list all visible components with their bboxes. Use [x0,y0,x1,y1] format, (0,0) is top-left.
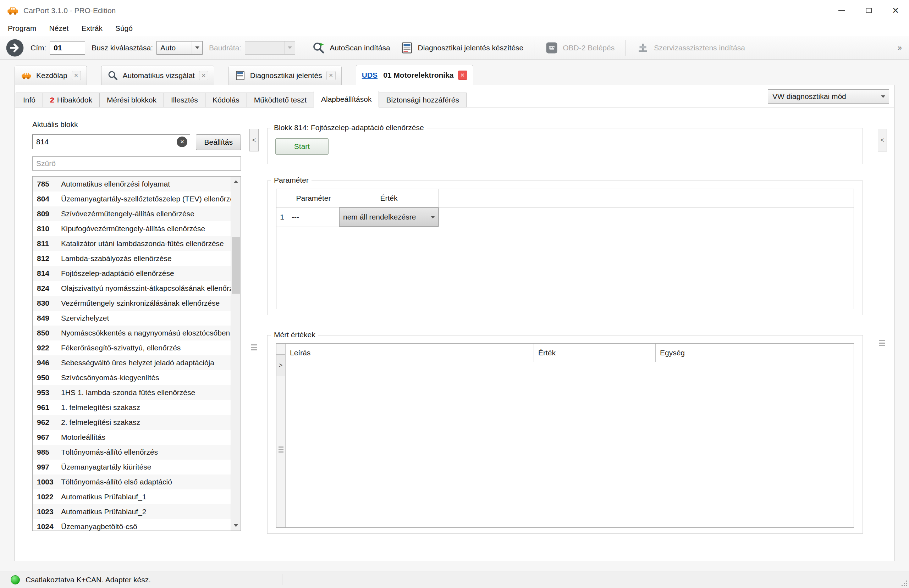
tab-mukodteto-teszt[interactable]: Működtető teszt [247,92,314,107]
measured-values-table: > Leírás Érték Egység [276,343,854,528]
list-item[interactable]: 1003Töltőnyomás-állító első adaptáció [32,475,231,489]
panel-splitter[interactable]: < [249,120,259,561]
list-item[interactable]: 985Töltőnyomás-állító ellenőrzés [32,445,231,460]
tab-diagnosztikai-jelentes[interactable]: Diagnosztikai jelentés ✕ [228,66,342,85]
bus-select[interactable]: Auto [157,41,202,55]
collapse-left-button[interactable]: < [878,129,887,152]
tab-close-button[interactable]: ✕ [72,71,81,80]
autoscan-button[interactable]: AutoScan indítása [307,39,395,57]
close-icon: ✕ [892,6,899,16]
tab-close-button[interactable]: ✕ [327,71,336,80]
tab-alapbeallitasok[interactable]: Alapbeállítások [314,91,379,107]
service-assistant-label: Szervizasszisztens indítása [654,44,745,52]
list-item[interactable]: 946Sebességváltó üres helyzet jeladó ada… [32,355,231,370]
diagnostic-mode-select[interactable]: VW diagnosztikai mód [768,89,889,103]
resize-grip[interactable] [901,580,907,586]
tab-info[interactable]: Infó [16,92,43,107]
list-item[interactable]: 997Üzemanyagtartály kiürítése [32,460,231,475]
tab-automatikus-vizsgalat[interactable]: Automatikus vizsgálat ✕ [101,66,214,85]
block-number: 812 [37,251,57,266]
parameter-table-header: Paraméter Érték [277,189,854,207]
tab-hibakodok[interactable]: 2Hibakódok [42,92,100,107]
dtc-count-badge: 2 [50,96,54,104]
filter-input[interactable] [32,157,241,171]
list-item[interactable]: 814Fojtószelep-adaptáció ellenőrzése [32,266,231,281]
menu-extrak[interactable]: Extrák [75,23,109,34]
tab-close-button[interactable]: ✕ [458,71,467,80]
list-item[interactable]: 850Nyomáscsökkentés a nagynyomású eloszt… [32,326,231,341]
list-item[interactable]: 1024Üzemanyagbetöltő-cső [32,519,231,531]
tab-label: Kezdőlap [36,71,68,80]
toolbar-separator [301,40,301,56]
scroll-down-button[interactable] [231,521,241,531]
list-item[interactable]: 812Lambda-szabályozás ellenőrzése [32,251,231,266]
block-name: Üzemanyagtartály kiürítése [61,463,151,471]
uds-link[interactable]: UDS [362,71,377,79]
list-item[interactable]: 1023Automatikus Prüfablauf_2 [32,504,231,519]
menu-sugo[interactable]: Súgó [109,23,139,34]
tab-kezdolap[interactable]: Kezdőlap ✕ [15,66,87,85]
maximize-button[interactable] [855,0,882,21]
splitter-grip[interactable] [251,344,257,352]
minimize-button[interactable] [828,0,855,21]
address-input[interactable] [50,41,85,55]
expand-right-button[interactable]: > [276,354,285,376]
bus-label: Busz kiválasztása: [92,44,153,52]
scrollbar-thumb[interactable] [232,237,240,294]
content-area: Aktuális blokk ✕ Beállítás 785Au [15,107,894,561]
table-grip[interactable] [278,446,283,454]
block-number: 922 [37,341,57,355]
splitter-grip[interactable] [879,340,885,347]
subtab-label: Biztonsági hozzáférés [386,96,459,104]
obd2-login-label: OBD-2 Belépés [563,44,615,52]
tab-close-button[interactable]: ✕ [199,71,208,80]
block-name: Üzemanyagbetöltő-cső [61,522,137,531]
tab-illesztes[interactable]: Illesztés [163,92,205,107]
right-panel-splitter[interactable]: < [877,120,887,561]
tab-kodolas[interactable]: Kódolás [205,92,247,107]
block-number: 1023 [37,504,57,519]
value-cell: nem áll rendelkezésre [339,207,439,227]
subtab-label: Működtető teszt [254,96,307,104]
list-item[interactable]: 967Motorleállítás [32,430,231,445]
list-item[interactable]: 849Szervizhelyzet [32,311,231,326]
list-item[interactable]: 810Kipufogóvezérműtengely-állítás ellenő… [32,221,231,236]
block-name: Automatikus Prüfablauf_1 [61,493,146,501]
list-item[interactable]: 804Üzemanyagtartály-szellőztetőszelep (T… [32,192,231,207]
list-item[interactable]: 785Automatikus ellenőrzési folyamat [32,177,231,192]
bus-select-value: Auto [160,44,176,52]
close-button[interactable]: ✕ [882,0,909,21]
block-number: 1022 [37,489,57,504]
list-scrollbar[interactable] [231,177,241,531]
tab-biztonsagi-hozzaferes[interactable]: Biztonsági hozzáférés [378,92,466,107]
list-item[interactable]: 950Szívócsőnyomás-kiegyenlítés [32,370,231,385]
parameter-value-select[interactable]: nem áll rendelkezésre [339,207,438,227]
block-name: Lambda-szabályozás ellenőrzése [61,254,172,262]
list-item[interactable]: 9611. felmelegítési szakasz [32,400,231,415]
diagnostic-report-button[interactable]: Diagnosztikai jelentés készítése [395,39,529,57]
row-index: 1 [277,207,288,227]
baud-select [245,41,295,55]
collapse-left-button[interactable]: < [249,129,259,152]
menu-nezet[interactable]: Nézet [43,23,75,34]
toolbar-overflow-chevron[interactable]: » [898,43,903,52]
tab-meresi-blokkok[interactable]: Mérési blokkok [99,92,164,107]
list-item[interactable]: 9531HS 1. lambda-szonda fűtés ellenőrzés… [32,385,231,400]
menu-program[interactable]: Program [2,23,43,34]
list-item[interactable]: 922Fékerőrásegítő-szivattyú, ellenőrzés [32,341,231,355]
tab-uds-motorelektronika[interactable]: UDS 01 Motorelektronika ✕ [356,65,473,85]
list-item[interactable]: 1022Automatikus Prüfablauf_1 [32,489,231,504]
list-item[interactable]: 824Olajszivattyú nyomásszint-átkapcsolás… [32,281,231,296]
list-item[interactable]: 809Szívóvezérműtengely-állítás ellenőrzé… [32,207,231,221]
set-block-button[interactable]: Beállítás [196,134,241,150]
start-button[interactable]: Start [275,138,328,155]
scroll-up-button[interactable] [231,177,241,187]
block-selection-panel: Aktuális blokk ✕ Beállítás 785Au [32,120,241,561]
list-item[interactable]: 811Katalizátor utáni lambdaszonda-fűtés … [32,236,231,251]
list-item[interactable]: 9622. felmelegítési szakasz [32,415,231,430]
block-name: 1HS 1. lambda-szonda fűtés ellenőrzése [61,388,195,396]
list-item[interactable]: 830Vezérműtengely szinkronizálásának ell… [32,296,231,311]
block-list-rows: 785Automatikus ellenőrzési folyamat 804Ü… [32,177,231,531]
forward-arrow-icon[interactable] [6,39,24,57]
block-number-input[interactable] [32,134,190,149]
